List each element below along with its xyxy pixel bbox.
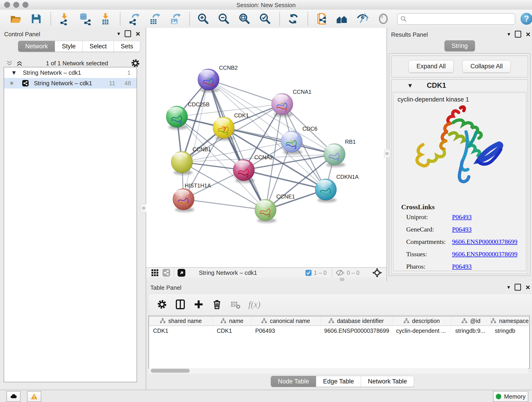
gear-icon[interactable] — [131, 58, 140, 68]
tab-network-table[interactable]: Network Table — [361, 376, 414, 387]
left-splitter-handle[interactable] — [141, 204, 147, 212]
import-database-icon[interactable] — [78, 12, 92, 26]
network-node-CDKN1A[interactable] — [315, 179, 336, 200]
node-label-CCNE1: CCNE1 — [276, 193, 295, 200]
network-node-CCNB2[interactable] — [198, 69, 219, 90]
selected-nodes-checkbox[interactable] — [305, 270, 312, 276]
cloud-button[interactable] — [6, 391, 21, 402]
import-network-icon[interactable] — [57, 12, 72, 26]
network-node-CDK1[interactable] — [213, 117, 234, 138]
network-node-CCNB1[interactable] — [171, 151, 193, 173]
column-header-canonical-name[interactable]: canonical name — [251, 316, 320, 326]
delete-column-trash-icon[interactable] — [209, 297, 225, 312]
add-column-icon[interactable] — [191, 297, 206, 312]
save-session-icon[interactable] — [29, 12, 44, 26]
warning-button[interactable] — [27, 391, 41, 402]
tab-network[interactable]: Network — [18, 41, 55, 52]
share-session-icon[interactable] — [314, 12, 329, 26]
export-network-icon[interactable] — [127, 12, 141, 26]
tab-string[interactable]: String — [444, 40, 475, 51]
crosslink-link[interactable]: P06493 — [452, 263, 472, 270]
table-hscrollbar-thumb[interactable] — [151, 369, 190, 373]
show-columns-icon[interactable] — [173, 297, 188, 312]
fit-selected-icon[interactable] — [372, 268, 382, 278]
zoom-out-icon[interactable] — [216, 12, 231, 26]
export-image-icon[interactable] — [168, 12, 182, 26]
node-label-CDKN1A: CDKN1A — [336, 174, 359, 180]
control-panel-tabs: NetworkStyleSelectSets — [18, 41, 140, 52]
network-edge — [209, 80, 282, 104]
crosslink-link[interactable]: P06493 — [452, 226, 472, 233]
import-table-icon[interactable] — [98, 12, 113, 26]
network-node-CDC6[interactable] — [281, 131, 302, 153]
collection-count: 1 — [127, 69, 131, 76]
node-label-RB1: RB1 — [345, 139, 356, 145]
warning-icon — [30, 393, 38, 400]
network-node-RB1[interactable] — [324, 143, 345, 165]
expand-all-icon[interactable] — [16, 60, 23, 66]
network-view-share-icon[interactable] — [162, 269, 171, 277]
column-header-name[interactable]: name — [213, 316, 251, 326]
export-table-icon[interactable] — [147, 12, 162, 26]
network-view-title: String Network – cdk1 — [199, 269, 305, 276]
crosslink-link[interactable]: 9606.ENSP00000378699 — [452, 250, 517, 258]
hide-panels-icon[interactable] — [355, 12, 370, 26]
preview-icon[interactable] — [376, 12, 391, 26]
tab-edge-table[interactable]: Edge Table — [316, 376, 361, 387]
column-header-description[interactable]: description — [392, 316, 451, 326]
tab-select[interactable]: Select — [82, 41, 114, 52]
column-header-id[interactable]: @id — [451, 316, 491, 326]
panel-close-icon[interactable]: × — [526, 32, 530, 37]
network-node-CCNA2[interactable] — [233, 159, 254, 181]
node-label-CDC6: CDC6 — [302, 126, 317, 132]
panel-float-icon[interactable] — [515, 284, 521, 291]
grid-view-icon[interactable] — [151, 269, 159, 277]
tree-expand-icon[interactable]: ▼ — [11, 69, 17, 76]
memory-button[interactable]: Memory — [493, 391, 528, 402]
panel-close-icon[interactable]: × — [526, 284, 530, 290]
column-header-shared-name[interactable]: shared name — [149, 316, 213, 326]
section-collapse-icon[interactable]: ▼ — [407, 82, 413, 89]
search-box[interactable] — [397, 13, 515, 25]
table-row[interactable]: CDK1CDK1P064939606.ENSP00000378699cyclin… — [149, 326, 528, 336]
network-collection-row[interactable]: ▼ String Network – cdk1 1 — [4, 67, 137, 78]
network-node-CCNE1[interactable] — [255, 199, 276, 221]
open-file-icon[interactable] — [8, 12, 23, 26]
search-input[interactable] — [407, 16, 507, 23]
column-header-namespace[interactable]: namespace — [491, 316, 528, 326]
tab-node-table[interactable]: Node Table — [271, 376, 316, 387]
horizontal-splitter-handle[interactable] — [340, 278, 344, 281]
panel-menu-icon[interactable]: ▾ — [507, 31, 510, 37]
zoom-selected-icon[interactable] — [258, 12, 272, 26]
table-hscrollbar[interactable] — [149, 368, 528, 374]
network-row[interactable]: String Network – cdk1 11 48 — [4, 78, 137, 89]
network-node-CCNA1[interactable] — [272, 93, 293, 115]
table-settings-gear-icon[interactable] — [154, 297, 170, 312]
panel-float-icon[interactable] — [125, 30, 131, 37]
zoom-in-icon[interactable] — [196, 12, 210, 26]
network-node-HIST1H1A[interactable] — [173, 188, 194, 210]
show-panels-icon[interactable] — [335, 12, 349, 26]
panel-float-icon[interactable] — [515, 31, 521, 38]
tab-sets[interactable]: Sets — [114, 41, 140, 52]
zoom-fit-icon[interactable] — [237, 12, 252, 26]
panel-menu-icon[interactable]: ▾ — [117, 31, 120, 37]
panel-close-icon[interactable]: × — [136, 31, 140, 36]
birds-eye-view-icon[interactable] — [177, 269, 186, 277]
network-node-CDC25B[interactable] — [166, 106, 188, 128]
expand-all-button[interactable]: Expand All — [409, 60, 454, 73]
collapse-all-icon[interactable] — [6, 60, 13, 66]
right-splitter-handle[interactable] — [384, 149, 390, 158]
column-header-database-identifier[interactable]: database identifier — [320, 316, 392, 326]
collapse-all-button[interactable]: Collapse All — [462, 60, 511, 73]
crosslink-link[interactable]: 9606.ENSP00000378699 — [452, 238, 517, 245]
search-icon — [400, 16, 407, 22]
crosslink-link[interactable]: P06493 — [452, 213, 472, 221]
crosslink-row: Tissues:9606.ENSP00000378699 — [393, 248, 526, 260]
first-neighbors-icon[interactable] — [286, 12, 301, 26]
tab-style[interactable]: Style — [55, 41, 83, 52]
node-label-CCNA2: CCNA2 — [254, 154, 273, 160]
help-icon[interactable]: ? — [520, 13, 532, 25]
network-canvas[interactable]: CCNB2CCNA1CDC25BCDK1CDC6RB1CCNB1CCNA2CDK… — [146, 28, 386, 267]
panel-menu-icon[interactable]: ▾ — [507, 284, 510, 290]
